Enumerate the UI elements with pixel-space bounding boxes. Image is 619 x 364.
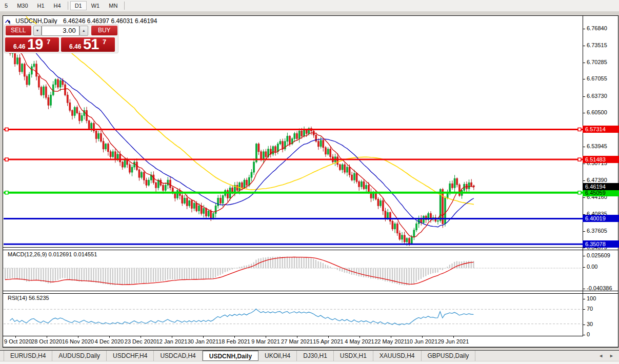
sell-price-base: 6.46: [13, 43, 25, 50]
current-price-label: 6.46194: [583, 183, 619, 190]
level-price-label: 6.40019: [583, 215, 619, 222]
pane-splitter[interactable]: [3, 291, 618, 291]
price-axis-value: 6.63730: [587, 93, 607, 99]
macd-axis-value: 0.025609: [587, 252, 610, 258]
timeframe-h4[interactable]: H4: [49, 1, 66, 10]
toolbar-separator: [124, 2, 125, 10]
timeframe-d1[interactable]: D1: [70, 1, 87, 10]
timeframe-w1[interactable]: W1: [87, 1, 105, 10]
tab-usdcad-h4[interactable]: USDCAD,H4: [154, 351, 202, 361]
rsi-axis-tick: [583, 299, 585, 299]
time-axis-tick: [328, 336, 329, 338]
pane-splitter[interactable]: [3, 250, 618, 250]
time-axis-date: 4 Dec 2020: [91, 338, 127, 345]
time-axis-tick: [141, 336, 141, 338]
volume-increase-icon[interactable]: ▲: [79, 26, 88, 36]
rsi-indicator-label: RSI(14) 56.5235: [8, 295, 49, 301]
collapse-icon[interactable]: ▲: [7, 19, 11, 24]
time-axis-tick: [297, 336, 297, 338]
tabs-scroll-right-icon[interactable]: ►: [609, 353, 614, 358]
window-bottom-border: [3, 347, 618, 347]
price-axis-value: 6.37605: [587, 228, 607, 234]
price-axis-tick: [583, 29, 585, 29]
tabs-scroll-left-icon[interactable]: ◄: [598, 353, 603, 358]
macd-indicator-label: MACD(12,26,9) 0.012691 0.014551: [8, 251, 97, 257]
tab-usdchf-h4[interactable]: USDCHF,H4: [107, 351, 154, 361]
trade-panel-top-row: SELL ▼ 3.00 ▲ BUY: [5, 25, 117, 36]
timeframe-h1[interactable]: H1: [33, 1, 49, 10]
price-axis-tick: [583, 147, 585, 147]
buy-price-pips: 51: [83, 36, 98, 53]
rsi-axis-value: 70: [587, 306, 593, 312]
time-axis-date: 15 Apr 2021: [310, 338, 346, 345]
price-axis-value: 6.73515: [587, 42, 607, 48]
buy-button[interactable]: BUY: [91, 26, 117, 35]
sell-price-tile[interactable]: 6.46 19 7: [5, 37, 59, 52]
price-axis-value: 6.60500: [587, 109, 607, 115]
chart-tab-bar: EURUSD,H4 AUDUSD,Daily USDCHF,H4 USDCAD,…: [0, 350, 619, 361]
price-axis-tick: [583, 164, 585, 164]
time-axis-tick: [391, 336, 391, 338]
time-axis-tick: [360, 336, 360, 338]
price-axis-value: 6.47390: [587, 177, 607, 183]
rsi-axis-tick: [583, 309, 585, 310]
tab-usdcnh-daily[interactable]: USDCNH,Daily: [203, 351, 258, 361]
macd-axis-value: 0.00: [587, 264, 597, 270]
time-axis-tick: [203, 336, 204, 338]
tab-gbpusd-daily[interactable]: GBPUSD,Daily: [422, 351, 476, 361]
rsi-axis-value: 0: [587, 331, 590, 337]
macd-axis-tick: [583, 267, 585, 268]
volume-decrease-icon[interactable]: ▼: [33, 26, 42, 36]
level-price-label: 6.45059: [583, 189, 619, 196]
time-axis-date: 28 Oct 2020: [29, 338, 65, 345]
volume-input[interactable]: 3.00: [42, 26, 79, 36]
chart-window: ▲ USDCNH,Daily 6.46246 6.46397 6.46031 6…: [3, 15, 618, 348]
price-axis-tick: [583, 180, 585, 181]
time-axis-line: [3, 336, 583, 336]
sell-button[interactable]: SELL: [6, 26, 31, 35]
time-axis-date: 18 Feb 2021: [216, 338, 252, 345]
time-axis-tick: [453, 336, 454, 338]
price-axis-value: 6.70285: [587, 59, 607, 65]
time-axis-date: 16 Nov 2020: [60, 338, 96, 345]
price-axis-tick: [583, 96, 585, 97]
macd-axis-tick: [583, 256, 585, 256]
rsi-axis-tick: [583, 325, 585, 325]
price-axis-tick: [583, 46, 585, 46]
time-axis-date: 29 Jun 2021: [435, 338, 471, 345]
price-axis-value: 6.67055: [587, 75, 607, 82]
chart-ohlc-values: 6.46246 6.46397 6.46031 6.46194: [63, 17, 157, 25]
buy-price-base: 6.46: [69, 43, 81, 50]
status-strip: [0, 361, 619, 364]
time-axis-date: 9 Mar 2021: [248, 338, 284, 345]
timeframe-m5[interactable]: 5: [0, 1, 12, 10]
tab-ukoil-h4[interactable]: UKOil,H4: [258, 351, 297, 361]
time-axis-date: 22 May 2021: [373, 338, 409, 345]
pane-splitter[interactable]: [3, 293, 618, 294]
timeframe-m30[interactable]: M30: [12, 1, 32, 10]
pane-splitter[interactable]: [3, 247, 618, 248]
macd-axis-value: -0.040386: [587, 285, 612, 291]
buy-price-tile[interactable]: 6.46 51 7: [61, 37, 115, 52]
time-axis-tick: [78, 336, 78, 338]
time-axis-tick: [109, 336, 110, 338]
macd-axis-tick: [583, 289, 585, 289]
one-click-trade-panel: SELL ▼ 3.00 ▲ BUY 6.46 19 7 6.46 51 7: [4, 24, 118, 53]
price-axis-value: 6.53945: [587, 143, 607, 149]
timeframe-mn[interactable]: MN: [104, 1, 122, 10]
time-axis-date: 10 Jun 2021: [404, 338, 440, 345]
tab-eurusd-h4[interactable]: EURUSD,H4: [4, 351, 52, 361]
time-axis-tick: [172, 336, 172, 338]
time-axis-date: 4 May 2021: [342, 338, 377, 345]
time-axis-date: 30 Jan 2021: [185, 338, 221, 345]
time-axis-date: 23 Dec 2020: [123, 338, 158, 345]
tab-usdx-h1[interactable]: USDX,H1: [334, 351, 373, 361]
tab-audusd-daily[interactable]: AUDUSD,Daily: [52, 351, 107, 361]
tab-xauusd-h4[interactable]: XAUUSD,H4: [373, 351, 422, 361]
price-axis-tick: [583, 63, 585, 63]
price-axis-tick: [583, 197, 585, 198]
level-price-label: 6.57314: [583, 126, 619, 133]
time-axis-date: 12 Jan 2021: [154, 338, 190, 345]
trade-panel-price-row: 6.46 19 7 6.46 51 7: [5, 37, 117, 52]
tab-dj30-h1[interactable]: DJ30,H1: [297, 351, 334, 361]
